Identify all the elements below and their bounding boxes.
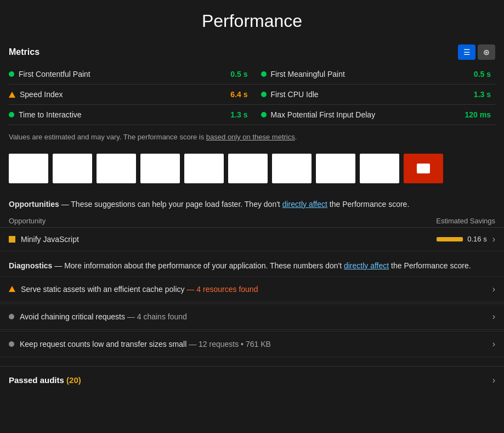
fcp-value: 0.5 s — [230, 70, 247, 78]
diag-row-cache: Serve static assets with an efficient ca… — [0, 276, 504, 302]
page-title: Performance — [0, 0, 504, 40]
passed-audits-label: Passed audits (20) — [9, 375, 81, 385]
chain-chevron-icon[interactable]: › — [492, 312, 495, 322]
opportunities-table-header: Opportunity Estimated Savings — [0, 215, 504, 228]
filmstrip-frame-4 — [140, 154, 180, 183]
col-savings-label: Estimated Savings — [436, 217, 495, 225]
fci-value: 1.3 s — [474, 90, 491, 99]
fcp-dot-icon — [9, 71, 14, 77]
fci-label: First CPU Idle — [271, 90, 469, 99]
col-opportunity-label: Opportunity — [9, 217, 46, 225]
metrics-grid: First Contentful Paint 0.5 s First Meani… — [0, 64, 504, 125]
metric-row-fci: First CPU Idle 1.3 s — [252, 85, 496, 105]
metrics-disclaimer-link[interactable]: based only on these metrics — [206, 133, 295, 141]
requests-name: Keep request counts low and transfer siz… — [20, 340, 487, 348]
filmstrip-frame-8 — [316, 154, 355, 183]
filmstrip-frame-9 — [360, 154, 399, 183]
filmstrip-frame-10 — [404, 154, 443, 183]
filmstrip — [0, 149, 504, 192]
red-frame-icon — [417, 164, 430, 173]
cache-name: Serve static assets with an efficient ca… — [21, 285, 487, 294]
chain-detail: — 4 chains found — [127, 312, 187, 321]
diagnostics-title: Diagnostics — [9, 261, 52, 270]
metric-row-fmp: First Meaningful Paint 0.5 s — [252, 64, 496, 85]
fci-dot-icon — [261, 92, 267, 97]
chain-name: Avoid chaining critical requests — 4 cha… — [20, 312, 487, 321]
toggle-list-button[interactable]: ☰ — [458, 44, 475, 60]
mpfid-dot-icon — [261, 112, 267, 117]
mpfid-label: Max Potential First Input Delay — [271, 110, 461, 119]
minify-js-square-icon — [9, 236, 15, 243]
chain-dot-icon — [9, 314, 14, 319]
filmstrip-frame-5 — [184, 154, 224, 183]
tti-value: 1.3 s — [230, 110, 247, 119]
savings-bar — [437, 237, 463, 241]
filmstrip-frame-3 — [97, 154, 136, 183]
diagnostics-link[interactable]: directly affect — [344, 261, 389, 270]
filmstrip-frame-2 — [53, 154, 92, 183]
metrics-section-title: Metrics — [9, 47, 39, 57]
metric-row-tti: Time to Interactive 1.3 s — [9, 105, 252, 125]
filmstrip-frame-7 — [272, 154, 312, 183]
toggle-grid-button[interactable]: ⊛ — [478, 44, 495, 60]
diagnostics-desc-after: the Performance score. — [391, 261, 471, 270]
metrics-header: Metrics ☰ ⊛ — [0, 40, 504, 64]
savings-value: 0.16 s — [467, 235, 486, 243]
filmstrip-frame-1 — [9, 154, 48, 183]
opportunities-desc-after: the Performance score. — [330, 200, 410, 209]
diagnostics-header: Diagnostics — More information about the… — [0, 251, 504, 276]
minify-js-chevron-icon[interactable]: › — [492, 234, 495, 244]
opportunity-row-minify-js: Minify JavaScript 0.16 s › — [0, 228, 504, 251]
metrics-disclaimer: Values are estimated and may vary. The p… — [0, 125, 504, 149]
tti-label: Time to Interactive — [19, 110, 226, 119]
cache-detail: — 4 resources found — [186, 285, 258, 294]
diag-row-requests: Keep request counts low and transfer siz… — [0, 331, 504, 357]
cache-chevron-icon[interactable]: › — [492, 284, 495, 294]
fcp-label: First Contentful Paint — [19, 70, 226, 78]
metric-row-fcp: First Contentful Paint 0.5 s — [9, 64, 252, 85]
si-value: 6.4 s — [230, 90, 247, 99]
metrics-toggle-group: ☰ ⊛ — [458, 44, 495, 60]
opportunities-header: Opportunities — These suggestions can he… — [0, 192, 504, 215]
passed-audits-chevron-icon[interactable]: › — [492, 375, 495, 385]
passed-audits-count: (20) — [66, 375, 81, 385]
requests-dot-icon — [9, 341, 14, 347]
grid-icon: ⊛ — [483, 48, 490, 57]
filmstrip-frame-6 — [228, 154, 268, 183]
mpfid-value: 120 ms — [465, 110, 491, 119]
fmp-value: 0.5 s — [474, 70, 491, 78]
fmp-label: First Meaningful Paint — [271, 70, 469, 78]
metric-row-si: Speed Index 6.4 s — [9, 85, 252, 105]
tti-dot-icon — [9, 112, 14, 117]
cache-warning-icon — [9, 286, 15, 292]
diagnostics-desc-before: — More information about the performance… — [54, 261, 342, 270]
requests-detail: — 12 requests • 761 KB — [189, 340, 271, 348]
requests-chevron-icon[interactable]: › — [492, 339, 495, 349]
si-warning-icon — [9, 92, 15, 98]
opportunities-desc-before: — These suggestions can help your page l… — [61, 200, 280, 209]
list-icon: ☰ — [463, 48, 471, 57]
minify-js-savings: 0.16 s — [437, 235, 486, 243]
diag-row-chain: Avoid chaining critical requests — 4 cha… — [0, 303, 504, 330]
passed-audits-bar[interactable]: Passed audits (20) › — [0, 366, 504, 394]
opportunities-title: Opportunities — [9, 200, 59, 209]
minify-js-name: Minify JavaScript — [21, 235, 431, 244]
opportunities-link[interactable]: directly affect — [282, 200, 327, 209]
metric-row-mpfid: Max Potential First Input Delay 120 ms — [252, 105, 496, 125]
si-label: Speed Index — [20, 90, 226, 99]
fmp-dot-icon — [261, 71, 267, 77]
